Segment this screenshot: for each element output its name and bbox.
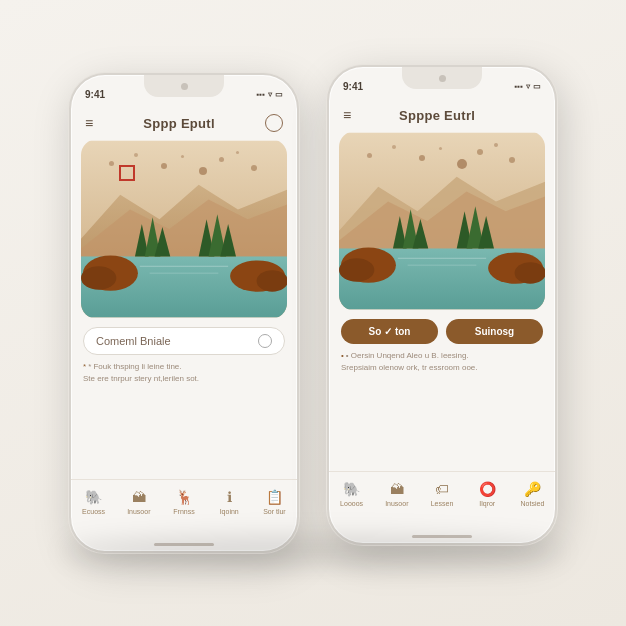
nav-item-2-left[interactable]: 🏔 Inusoor [116,488,161,515]
nav-icon-5-left: 📋 [265,488,283,506]
signal-icon-right: ▪▪▪ [514,82,523,91]
status-time-right: 9:41 [343,81,363,92]
bottom-nav-left: 🐘 Ecuoss 🏔 Inusoor 🦌 Frnnss ℹ Iqoinn 📋 S… [71,479,297,537]
home-bar-right [412,535,472,538]
nav-label-2-right: Inusoor [385,500,408,507]
header-circle-left [265,114,283,132]
hero-image-right [339,131,545,311]
status-icons-left: ▪▪▪ ▿ ▭ [256,90,283,99]
desc-line-1: ** Fouk thsping li leine tine. [83,361,285,373]
svg-point-21 [339,258,374,282]
desc-line-r2: Srepsiaim olenow ork, tr essroom ooe. [341,362,543,374]
button-row-right: So ✓ ton Suinosg [341,319,543,344]
camera-right [439,75,446,82]
phone-right: 9:41 ▪▪▪ ▿ ▭ ≡ Spppe Eutrl [327,65,557,545]
status-icons-right: ▪▪▪ ▿ ▭ [514,82,541,91]
nav-label-4-right: Ilqror [479,500,495,507]
desc-text-right: •• Oersin Unqend Aleo u B. leesing. Srep… [341,350,543,374]
status-time-left: 9:41 [85,89,105,100]
nav-item-5-left[interactable]: 📋 Sor tlur [252,488,297,515]
nav-icon-5-right: 🔑 [523,480,541,498]
app-header-right: ≡ Spppe Eutrl [329,99,555,131]
svg-point-5 [81,266,116,290]
nav-label-5-left: Sor tlur [263,508,286,515]
signal-icon-left: ▪▪▪ [256,90,265,99]
nav-label-1-right: Loooos [340,500,363,507]
desc-line-r1: •• Oersin Unqend Aleo u B. leesing. [341,350,543,362]
input-text-left: Comeml Bniale [96,335,252,347]
nav-icon-1-right: 🐘 [343,480,361,498]
scene: 9:41 ▪▪▪ ▿ ▭ ≡ Sppp Eputl [0,0,626,626]
app-header-left: ≡ Sppp Eputl [71,107,297,139]
nav-item-4-left[interactable]: ℹ Iqoinn [207,488,252,515]
phone-notch-left [144,75,224,97]
svg-point-23 [515,262,545,284]
app-title-right: Spppe Eutrl [399,108,475,123]
content-area-right: So ✓ ton Suinosg •• Oersin Unqend Aleo u… [329,311,555,471]
home-indicator-left [71,537,297,551]
app-title-left: Sppp Eputl [143,116,215,131]
nav-label-3-right: Lessen [431,500,454,507]
secondary-button-right[interactable]: Suinosg [446,319,543,344]
nav-icon-3-left: 🦌 [175,488,193,506]
nav-icon-4-right: ⭕ [478,480,496,498]
nav-icon-4-left: ℹ [220,488,238,506]
phone-left: 9:41 ▪▪▪ ▿ ▭ ≡ Sppp Eputl [69,73,299,553]
bottom-nav-right: 🐘 Loooos 🏔 Inusoor 🏷 Lessen ⭕ Ilqror 🔑 N… [329,471,555,529]
camera-left [181,83,188,90]
nav-label-1-left: Ecuoss [82,508,105,515]
home-indicator-right [329,529,555,543]
nav-label-4-left: Iqoinn [220,508,239,515]
nav-label-5-right: Notsied [521,500,545,507]
nav-item-3-left[interactable]: 🦌 Frnnss [161,488,206,515]
svg-point-7 [257,270,287,292]
nav-item-1-left[interactable]: 🐘 Ecuoss [71,488,116,515]
home-bar-left [154,543,214,546]
hamburger-icon-left[interactable]: ≡ [85,115,93,131]
hero-image-left [81,139,287,319]
nav-icon-2-right: 🏔 [388,480,406,498]
nav-item-1-right[interactable]: 🐘 Loooos [329,480,374,507]
input-circle-icon [258,334,272,348]
nav-item-2-right[interactable]: 🏔 Inusoor [374,480,419,507]
desc-dot-1: * [83,362,86,371]
battery-icon-left: ▭ [275,90,283,99]
nav-item-3-right[interactable]: 🏷 Lessen [419,480,464,507]
desc-text-left: ** Fouk thsping li leine tine. Ste ere t… [83,361,285,385]
primary-button-right[interactable]: So ✓ ton [341,319,438,344]
nav-icon-1-left: 🐘 [85,488,103,506]
nav-label-2-left: Inusoor [127,508,150,515]
nav-icon-2-left: 🏔 [130,488,148,506]
desc-dot-r1: • [341,351,344,360]
search-input-row[interactable]: Comeml Bniale [83,327,285,355]
phone-notch-right [402,67,482,89]
wifi-icon-left: ▿ [268,90,272,99]
nav-label-3-left: Frnnss [173,508,194,515]
content-area-left: Comeml Bniale ** Fouk thsping li leine t… [71,319,297,479]
hamburger-icon-right[interactable]: ≡ [343,107,351,123]
nav-item-4-right[interactable]: ⭕ Ilqror [465,480,510,507]
nav-icon-3-right: 🏷 [433,480,451,498]
wifi-icon-right: ▿ [526,82,530,91]
nav-item-5-right[interactable]: 🔑 Notsied [510,480,555,507]
battery-icon-right: ▭ [533,82,541,91]
desc-line-2: Ste ere tnrpur stery nt,lerilen sot. [83,373,285,385]
